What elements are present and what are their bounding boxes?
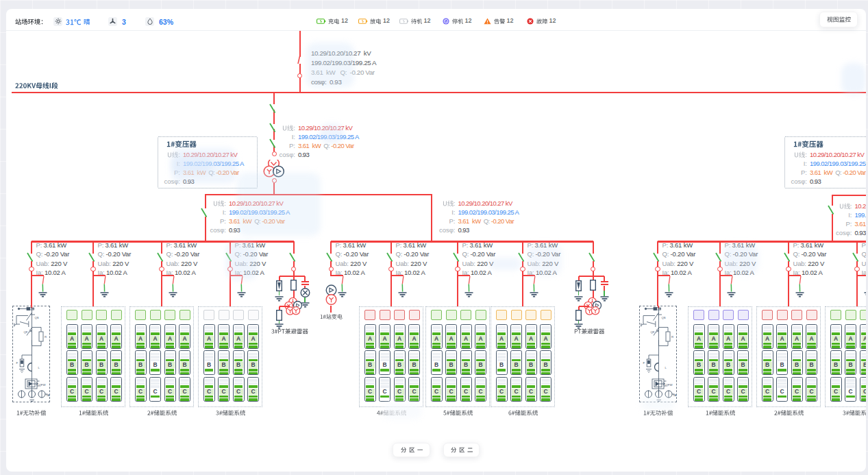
svg-text:L: L [665,366,667,369]
svg-text:QS: QS [35,316,39,319]
svg-text:QS: QS [662,316,666,319]
svg-text:L: L [38,366,40,369]
svg-text:TA: TA [46,393,49,397]
svg-text:QFW: QFW [39,383,47,387]
svg-text:R: R [45,335,47,339]
svg-text:QF: QF [24,330,28,334]
svg-text:QF: QF [651,330,655,334]
svg-text:F: F [643,361,645,365]
svg-text:R: R [671,335,673,339]
svg-text:F: F [16,361,18,365]
svg-text:TA: TA [673,393,676,397]
svg-text:QFW: QFW [666,383,673,387]
